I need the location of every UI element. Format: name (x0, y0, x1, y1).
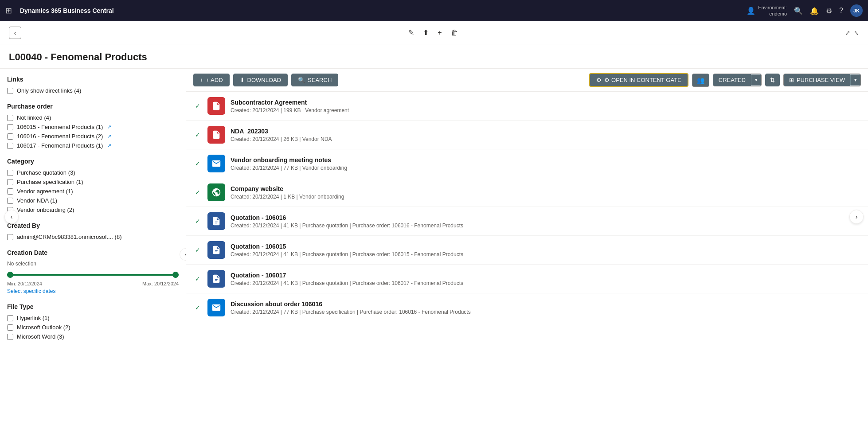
direct-links-label: Only show direct links (4) (17, 87, 81, 94)
doc-info-8: Discussion about order 106016 Created: 2… (231, 300, 861, 315)
not-linked-checkbox[interactable] (7, 115, 13, 121)
po-106016-ext-link[interactable]: ↗ (107, 133, 111, 139)
nav-right: 👤 Environment: endemo 🔍 🔔 ⚙ ? JK (747, 4, 863, 17)
slider-fill (7, 274, 179, 276)
doc-check-2: ✓ (193, 130, 202, 139)
not-linked-label: Not linked (4) (17, 114, 51, 121)
max-date-label: Max: 20/12/2024 (142, 281, 179, 286)
document-item-6[interactable]: ✓ Quotation - 106015 Created: 20/12/2024… (186, 236, 868, 265)
avatar[interactable]: JK (850, 4, 863, 17)
date-range: No selection Min: 20/12/2024 Max: 20/12/… (7, 261, 179, 294)
edit-button[interactable]: ✎ (408, 28, 414, 37)
document-item-7[interactable]: ✓ Quotation - 106017 Created: 20/12/2024… (186, 265, 868, 293)
search-icon: 🔍 (298, 77, 305, 83)
purchase-spec-checkbox[interactable] (7, 179, 13, 185)
po-106015-ext-link[interactable]: ↗ (107, 124, 111, 130)
word-checkbox[interactable] (7, 334, 13, 340)
people-icon: 👥 (697, 77, 704, 84)
search-icon[interactable]: 🔍 (794, 7, 803, 15)
content-panel: + + ADD ⬇ DOWNLOAD 🔍 SEARCH ⚙ ⚙ OPEN IN … (186, 69, 868, 433)
purchase-view-main-button[interactable]: ⊞ PURCHASE VIEW (784, 74, 850, 86)
date-slider[interactable] (7, 270, 179, 279)
vendor-onboarding-label: Vendor onboarding (2) (17, 207, 74, 213)
expand-button[interactable]: ⤢ (845, 29, 850, 36)
filter-item-106016: 106016 - Fenomenal Products (2) ↗ (7, 133, 179, 140)
doc-title-2: NDA_202303 (231, 128, 861, 135)
app-title: Dynamics 365 Business Central (20, 7, 742, 14)
collapse-button[interactable]: ⤡ (854, 29, 859, 36)
created-by-title: Created By (7, 222, 179, 229)
doc-title-6: Quotation - 106015 (231, 243, 861, 250)
doc-meta-1: Created: 20/12/2024 | 199 KB | Vendor ag… (231, 107, 861, 113)
help-icon[interactable]: ? (839, 7, 843, 15)
doc-check-7: ✓ (193, 274, 202, 283)
po-106017-checkbox[interactable] (7, 143, 13, 149)
document-item-5[interactable]: ✓ Quotation - 106016 Created: 20/12/2024… (186, 207, 868, 236)
doc-title-4: Company website (231, 185, 861, 192)
filter-item-outlook: Microsoft Outlook (2) (7, 324, 179, 331)
word-label: Microsoft Word (3) (17, 333, 64, 340)
vendor-agreement-label: Vendor agreement (1) (17, 188, 73, 195)
date-labels: Min: 20/12/2024 Max: 20/12/2024 (7, 281, 179, 286)
document-item-8[interactable]: ✓ Discussion about order 106016 Created:… (186, 293, 868, 322)
doc-title-7: Quotation - 106017 (231, 272, 861, 279)
doc-icon-8 (207, 299, 225, 316)
add-icon: + (200, 77, 203, 83)
sort-icon-button[interactable]: ⇅ (765, 74, 780, 86)
doc-check-4: ✓ (193, 188, 202, 197)
download-button[interactable]: ⬇ DOWNLOAD (233, 74, 288, 86)
no-selection-label: No selection (7, 261, 179, 267)
add-button[interactable]: + + ADD (193, 74, 230, 86)
doc-meta-4: Created: 20/12/2024 | 1 KB | Vendor onbo… (231, 194, 861, 200)
select-specific-dates-link[interactable]: Select specific dates (7, 288, 179, 294)
filter-item-hyperlink: Hyperlink (1) (7, 315, 179, 321)
left-arrow-button[interactable]: ‹ (4, 210, 19, 224)
waffle-icon[interactable]: ⊞ (5, 6, 12, 16)
vendor-agreement-checkbox[interactable] (7, 188, 13, 195)
admin-label: admin@CRMbc983381.onmicrosof.... (8) (17, 234, 121, 240)
main-container: Links Only show direct links (4) Purchas… (0, 69, 868, 433)
created-main-button[interactable]: CREATED (713, 74, 751, 86)
po-106016-checkbox[interactable] (7, 133, 13, 140)
sidebar: Links Only show direct links (4) Purchas… (0, 69, 186, 433)
document-item-4[interactable]: ✓ Company website Created: 20/12/2024 | … (186, 178, 868, 207)
doc-icon-3 (207, 155, 225, 172)
vendor-nda-checkbox[interactable] (7, 198, 13, 204)
purchase-view-dropdown-button[interactable]: ▾ (850, 74, 860, 86)
document-list: ✓ Subcontractor Agreement Created: 20/12… (186, 92, 868, 433)
doc-title-3: Vendor onboarding meeting notes (231, 156, 861, 164)
doc-meta-5: Created: 20/12/2024 | 41 KB | Purchase q… (231, 222, 861, 229)
document-item-3[interactable]: ✓ Vendor onboarding meeting notes Create… (186, 149, 868, 178)
filter-section-file-type: File Type Hyperlink (1) Microsoft Outloo… (7, 303, 179, 340)
slider-thumb-left[interactable] (7, 272, 13, 278)
created-dropdown-button[interactable]: ▾ (751, 74, 761, 86)
document-item-2[interactable]: ✓ NDA_202303 Created: 20/12/2024 | 26 KB… (186, 121, 868, 149)
people-icon-button[interactable]: 👥 (692, 74, 709, 87)
hyperlink-checkbox[interactable] (7, 315, 13, 321)
outlook-checkbox[interactable] (7, 324, 13, 331)
filter-item-106015: 106015 - Fenomenal Products (1) ↗ (7, 124, 179, 130)
doc-title-1: Subcontractor Agreement (231, 99, 861, 106)
filter-section-purchase-order: Purchase order Not linked (4) 106015 - F… (7, 103, 179, 149)
document-item-1[interactable]: ✓ Subcontractor Agreement Created: 20/12… (186, 92, 868, 121)
admin-checkbox[interactable] (7, 234, 13, 240)
settings-icon[interactable]: ⚙ (826, 7, 832, 15)
direct-links-checkbox[interactable] (7, 88, 13, 94)
sidebar-collapse-button[interactable]: ‹ (180, 248, 186, 261)
share-button[interactable]: ⬆ (423, 28, 429, 37)
po-106017-ext-link[interactable]: ↗ (107, 143, 111, 148)
slider-thumb-right[interactable] (172, 272, 179, 278)
add-button[interactable]: + (438, 28, 442, 37)
environment-info: 👤 Environment: endemo (747, 4, 787, 17)
purchase-view-label: PURCHASE VIEW (797, 77, 845, 83)
po-106015-checkbox[interactable] (7, 124, 13, 130)
purchase-quotation-checkbox[interactable] (7, 170, 13, 176)
open-content-gate-button[interactable]: ⚙ ⚙ OPEN IN CONTENT GATE (589, 73, 688, 87)
delete-button[interactable]: 🗑 (451, 28, 458, 37)
filter-item-admin: admin@CRMbc983381.onmicrosof.... (8) (7, 234, 179, 240)
search-button[interactable]: 🔍 SEARCH (291, 74, 338, 86)
back-button[interactable]: ‹ (9, 27, 21, 39)
po-106016-label: 106016 - Fenomenal Products (2) (17, 133, 103, 140)
right-arrow-button[interactable]: › (849, 210, 864, 224)
bell-icon[interactable]: 🔔 (810, 7, 819, 15)
